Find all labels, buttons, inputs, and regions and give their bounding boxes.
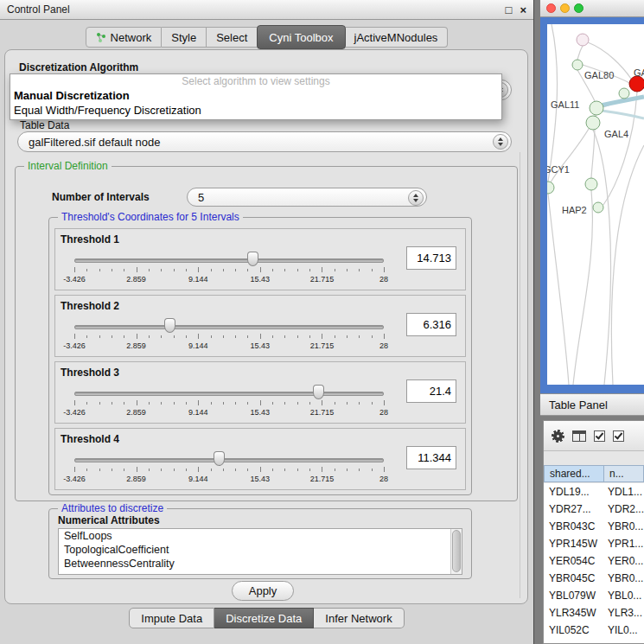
slider-scale-labels: -3.4262.8599.14415.4321.71528 (74, 475, 384, 483)
column-header-shared-name[interactable]: shared... (544, 465, 604, 482)
select-all-checkbox-icon[interactable] (594, 430, 605, 442)
threshold-4-group: Threshold 4 -3.4262.8599.14415.4321.7152… (54, 428, 466, 490)
cell-name[interactable]: YLR3... (604, 607, 644, 619)
tab-label: jActiveMNodules (354, 31, 438, 44)
tab-select[interactable]: Select (207, 27, 258, 48)
table-row[interactable]: YBR045C YBR0... (544, 570, 644, 587)
tab-label: Style (171, 31, 196, 44)
table-row[interactable]: YDR27... YDR2... (544, 501, 644, 518)
threshold-2-slider[interactable]: -3.4262.8599.14415.4321.71528 (74, 316, 384, 354)
network-node[interactable] (619, 88, 629, 99)
table-data-combobox[interactable]: galFiltered.sif default node (17, 131, 512, 152)
cell-shared-name[interactable]: YER054C (544, 555, 604, 567)
threshold-4-value-field[interactable]: 11.344 (406, 446, 456, 469)
threshold-2-value-field[interactable]: 6.316 (406, 313, 456, 336)
cell-name[interactable]: YDL1... (604, 486, 644, 498)
table-row[interactable]: YBR043C YBR0... (544, 518, 644, 535)
cell-name[interactable]: YPR1... (604, 538, 644, 550)
threshold-1-slider[interactable]: -3.4262.8599.14415.4321.71528 (74, 250, 384, 288)
cell-shared-name[interactable]: YIL052C (544, 624, 604, 636)
cell-name[interactable]: YBL0... (604, 590, 644, 602)
cell-shared-name[interactable]: YPR145W (544, 538, 604, 550)
stepper-icon[interactable] (493, 134, 508, 150)
slider-track[interactable] (74, 258, 384, 263)
window-close-icon[interactable]: × (520, 4, 526, 16)
slider-track[interactable] (74, 325, 384, 329)
tab-jactivemnodules[interactable]: jActiveMNodules (345, 27, 449, 48)
number-of-intervals-combobox[interactable]: 5 (187, 188, 427, 207)
attribute-list-item[interactable]: SelfLoops (59, 529, 462, 543)
close-traffic-light-icon[interactable] (546, 3, 556, 13)
threshold-3-value-field[interactable]: 21.4 (406, 379, 456, 403)
column-header-name[interactable]: n... (604, 465, 644, 482)
gear-icon[interactable] (552, 430, 564, 443)
network-node[interactable] (572, 60, 583, 70)
network-node[interactable] (577, 34, 589, 46)
panel-scroll-divider (520, 152, 520, 598)
slider-track[interactable] (74, 458, 384, 462)
slider-thumb[interactable] (313, 385, 324, 399)
tab-discretize-data[interactable]: Discretize Data (214, 608, 314, 628)
cell-shared-name[interactable]: YBL079W (544, 590, 604, 602)
network-node[interactable] (593, 202, 603, 213)
attributes-group-title: Attributes to discretize (58, 502, 167, 514)
threshold-3-slider[interactable]: -3.4262.8599.14415.4321.71528 (74, 383, 384, 421)
tab-network[interactable]: Network (86, 27, 163, 48)
network-node-selected[interactable] (629, 76, 644, 92)
window-restore-icon[interactable]: □ (506, 4, 513, 16)
cell-shared-name[interactable]: YBR045C (544, 572, 604, 584)
table-toolbar (544, 421, 644, 451)
network-node[interactable] (585, 178, 597, 190)
cell-name[interactable]: YER0... (604, 555, 644, 567)
dropdown-option-equal-width[interactable]: Equal Width/Frequency Discretization (10, 103, 501, 118)
control-panel-titlebar[interactable]: Control Panel □ × (0, 0, 533, 20)
threshold-4-slider[interactable]: -3.4262.8599.14415.4321.71528 (74, 450, 384, 488)
network-canvas[interactable]: GAL80 GA GAL11 GAL4 GCY1 HAP2 (547, 24, 644, 385)
network-node[interactable] (586, 116, 600, 130)
table-row[interactable]: YDL19... YDL1... (544, 483, 644, 501)
cell-name[interactable]: YBR0... (604, 572, 644, 584)
columns-icon[interactable] (572, 430, 586, 442)
table-row[interactable]: YPR145W YPR1... (544, 535, 644, 552)
zoom-traffic-light-icon[interactable] (574, 3, 583, 13)
tab-style[interactable]: Style (162, 27, 207, 48)
list-scrollbar-thumb[interactable] (452, 530, 461, 572)
threshold-1-value-field[interactable]: 14.713 (406, 246, 456, 270)
list-scrollbar[interactable] (450, 529, 462, 574)
slider-thumb[interactable] (247, 252, 258, 266)
cell-name[interactable]: YDR2... (604, 503, 644, 515)
apply-button[interactable]: Apply (232, 581, 294, 601)
tab-cyni-toolbox[interactable]: Cyni Toolbox (257, 25, 345, 49)
table-row[interactable]: YLR345W YLR3... (544, 604, 644, 622)
cell-name[interactable]: YBR0... (604, 520, 644, 532)
dropdown-option-manual-discretization[interactable]: Manual Discretization (10, 88, 501, 103)
minimize-traffic-light-icon[interactable] (560, 3, 570, 13)
stepper-icon[interactable] (408, 190, 424, 206)
network-window-titlebar[interactable] (540, 0, 644, 17)
network-view-frame: GAL80 GA GAL11 GAL4 GCY1 HAP2 (540, 17, 644, 393)
table-row[interactable]: YIL052C YIL0... (544, 622, 644, 639)
cell-name[interactable]: YIL0... (604, 624, 644, 636)
table-row[interactable]: YBL079W YBL0... (544, 587, 644, 604)
slider-track[interactable] (74, 392, 384, 396)
attribute-list-item[interactable]: TopologicalCoefficient (59, 543, 462, 557)
attribute-list-item[interactable]: BetweennessCentrality (59, 557, 462, 571)
cell-shared-name[interactable]: YDL19... (544, 486, 604, 498)
slider-thumb[interactable] (164, 318, 175, 333)
threshold-1-group: Threshold 1 -3.4262.8599.14415.4321.7152… (54, 228, 466, 290)
table-panel-titlebar[interactable]: Table Panel (540, 393, 644, 416)
select-column-checkbox-icon[interactable] (613, 430, 624, 442)
window-buttons: □ × (506, 4, 526, 16)
tab-impute-data[interactable]: Impute Data (129, 608, 214, 628)
network-node[interactable] (547, 182, 554, 194)
slider-thumb[interactable] (214, 451, 225, 466)
window-title: Control Panel (7, 3, 70, 16)
tab-infer-network[interactable]: Infer Network (314, 608, 404, 628)
table-row[interactable]: YER054C YER0... (544, 552, 644, 570)
interval-definition-group: Interval Definition Number of Intervals … (15, 166, 518, 501)
cell-shared-name[interactable]: YLR345W (544, 607, 604, 619)
network-node[interactable] (590, 101, 603, 115)
cell-shared-name[interactable]: YBR043C (544, 520, 604, 532)
interval-definition-title: Interval Definition (24, 160, 112, 172)
cell-shared-name[interactable]: YDR27... (544, 503, 604, 515)
